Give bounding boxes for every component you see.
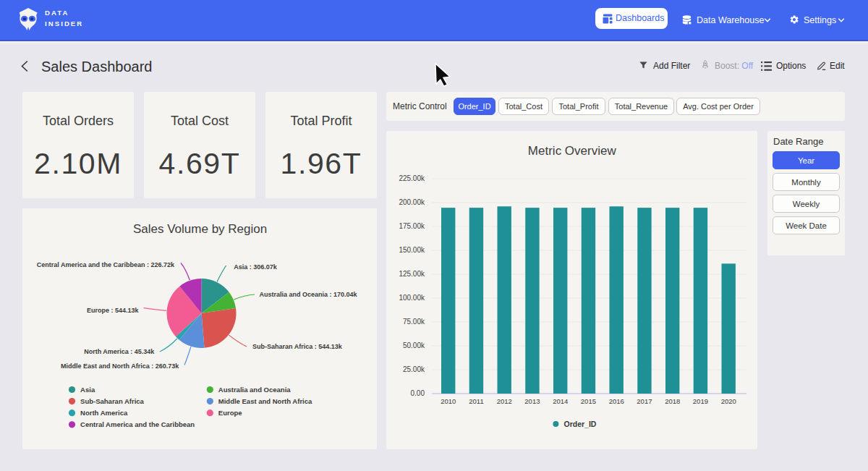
- svg-text:Order_ID: Order_ID: [564, 420, 597, 428]
- svg-text:225.00k: 225.00k: [399, 174, 425, 182]
- svg-text:2012: 2012: [497, 397, 512, 405]
- svg-text:Metric Overview: Metric Overview: [528, 144, 617, 158]
- svg-text:2010: 2010: [441, 397, 456, 405]
- svg-text:Middle East and North Africa: Middle East and North Africa: [218, 397, 312, 405]
- svg-text:2011: 2011: [469, 397, 483, 405]
- svg-text:2013: 2013: [524, 397, 540, 405]
- svg-text:2014: 2014: [553, 397, 568, 405]
- svg-text:0.00: 0.00: [411, 389, 425, 397]
- svg-text:Europe : 544.13k: Europe : 544.13k: [87, 307, 140, 314]
- svg-text:Australia and Oceania: Australia and Oceania: [218, 386, 292, 394]
- svg-text:Central America and the Caribb: Central America and the Caribbean: [80, 420, 195, 428]
- svg-text:2020: 2020: [721, 397, 736, 405]
- svg-text:2017: 2017: [637, 397, 652, 405]
- svg-text:North America : 45.34k: North America : 45.34k: [84, 348, 155, 355]
- svg-text:Sales Volume by Region: Sales Volume by Region: [133, 222, 267, 236]
- svg-text:125.00k: 125.00k: [399, 270, 425, 278]
- svg-text:175.00k: 175.00k: [399, 222, 425, 230]
- svg-text:Europe: Europe: [218, 409, 242, 417]
- svg-text:North America: North America: [80, 409, 128, 417]
- svg-text:Australia and Oceania : 170.04: Australia and Oceania : 170.04k: [260, 291, 358, 298]
- svg-text:2015: 2015: [581, 397, 596, 405]
- svg-text:Sub-Saharan Africa: Sub-Saharan Africa: [80, 397, 145, 405]
- svg-text:25.00k: 25.00k: [403, 365, 425, 373]
- svg-text:Middle East and North Africa :: Middle East and North Africa : 260.73k: [61, 362, 179, 370]
- svg-text:200.00k: 200.00k: [399, 198, 425, 206]
- svg-text:Asia: Asia: [80, 386, 95, 394]
- svg-text:75.00k: 75.00k: [403, 318, 425, 326]
- svg-text:Central America and the Caribb: Central America and the Caribbean : 226.…: [37, 261, 175, 268]
- svg-text:2018: 2018: [665, 397, 680, 405]
- svg-text:50.00k: 50.00k: [403, 341, 425, 349]
- svg-text:2019: 2019: [693, 397, 708, 405]
- svg-text:Asia : 306.07k: Asia : 306.07k: [234, 263, 278, 271]
- svg-text:150.00k: 150.00k: [399, 246, 425, 254]
- svg-text:2016: 2016: [609, 397, 624, 405]
- svg-text:Sub-Saharan Africa : 544.13k: Sub-Saharan Africa : 544.13k: [252, 343, 343, 350]
- svg-text:100.00k: 100.00k: [399, 294, 425, 302]
